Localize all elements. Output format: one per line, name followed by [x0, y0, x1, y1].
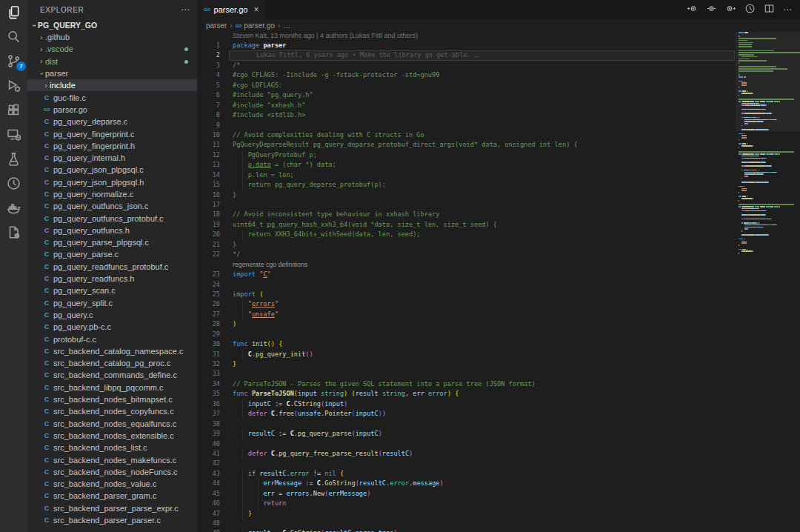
- code-line-35[interactable]: 35func ParseToJSON(input string) (result…: [197, 389, 736, 399]
- code-line-11[interactable]: 11PgQueryDeparseResult pg_query_deparse_…: [197, 140, 736, 150]
- code-line-26[interactable]: 26 "errors": [197, 299, 736, 309]
- line-number[interactable]: 33: [197, 369, 220, 379]
- line-number[interactable]: 47: [197, 509, 220, 519]
- code-line-25[interactable]: 25import (: [197, 290, 736, 299]
- code-line-46[interactable]: 46 return: [197, 499, 736, 508]
- code-line-41[interactable]: 41 defer C.pg_query_free_parse_result(re…: [197, 449, 736, 459]
- tree-item-src-backend-nodes-copyfuncs-c[interactable]: Csrc_backend_nodes_copyfuncs.c: [27, 405, 197, 417]
- tree-item-parser-go[interactable]: GOparser.go: [27, 104, 197, 116]
- line-number[interactable]: 48: [197, 519, 220, 528]
- run-debug-icon[interactable]: [0, 73, 27, 98]
- code-line-37[interactable]: 37 defer C.free(unsafe.Pointer(inputC)): [197, 409, 736, 419]
- tree-item-dist[interactable]: ›dist: [27, 56, 197, 67]
- line-number[interactable]: 23: [197, 270, 220, 279]
- tree-item-src-backend-nodes-value-c[interactable]: Csrc_backend_nodes_value.c: [27, 478, 197, 490]
- tree-item-pg-query-outfuncs-protobuf-c[interactable]: Cpg_query_outfuncs_protobuf.c: [27, 212, 197, 224]
- link-token[interactable]: p.data: [248, 161, 271, 168]
- line-number[interactable]: 9: [197, 121, 220, 130]
- code-line-5[interactable]: 5#cgo LDFLAGS:: [197, 81, 736, 90]
- tree-item--github[interactable]: ›.github: [27, 31, 197, 43]
- code-line-45[interactable]: 45 err = errors.New(errMessage): [197, 489, 736, 499]
- minimap[interactable]: [736, 32, 800, 532]
- code-line-23[interactable]: 23import "C": [197, 270, 736, 279]
- line-number[interactable]: 1: [197, 41, 220, 50]
- code-line-16[interactable]: 16}: [197, 190, 736, 200]
- tree-item-src-backend-catalog-namespace-c[interactable]: Csrc_backend_catalog_namespace.c: [27, 345, 197, 357]
- code-line-44[interactable]: 44 errMessage := C.GoString(resultC.erro…: [197, 479, 736, 488]
- line-number[interactable]: 12: [197, 150, 220, 160]
- tree-item--vscode[interactable]: ›.vscode: [27, 43, 197, 55]
- tree-item-pg-query-outfuncs-json-c[interactable]: Cpg_query_outfuncs_json.c: [27, 200, 197, 212]
- tree-item-src-backend-catalog-pg-proc-c[interactable]: Csrc_backend_catalog_pg_proc.c: [27, 357, 197, 369]
- link-token[interactable]: errors: [252, 300, 275, 307]
- line-number[interactable]: 49: [197, 528, 220, 532]
- code-line-22[interactable]: 22*/: [197, 250, 736, 259]
- line-number[interactable]: 39: [197, 429, 220, 439]
- line-number[interactable]: 7: [197, 101, 220, 110]
- tree-item-pg-query-fingerprint-c[interactable]: Cpg_query_fingerprint.c: [27, 127, 197, 139]
- explorer-icon[interactable]: [0, 0, 27, 24]
- line-number[interactable]: 28: [197, 319, 220, 329]
- line-number[interactable]: 45: [197, 489, 220, 499]
- line-number[interactable]: 16: [197, 190, 220, 200]
- tree-item-src-backend-libpq-pqcomm-c[interactable]: Csrc_backend_libpq_pqcomm.c: [27, 382, 197, 393]
- docker-icon[interactable]: [0, 196, 27, 220]
- code-line-9[interactable]: 9: [197, 121, 736, 130]
- tree-item-src-backend-parser-parser-c[interactable]: Csrc_backend_parser_parser.c: [27, 514, 197, 526]
- code-line-33[interactable]: 33: [197, 369, 736, 379]
- tree-item-pg-query-c[interactable]: Cpg_query.c: [27, 309, 197, 321]
- tree-item-pg-query-readfuncs-h[interactable]: Cpg_query_readfuncs.h: [27, 273, 197, 285]
- code-line-29[interactable]: 29: [197, 330, 736, 339]
- tree-item-src-backend-nodes-bitmapset-c[interactable]: Csrc_backend_nodes_bitmapset.c: [27, 393, 197, 405]
- tree-item-src-backend-nodes-makefuncs-c[interactable]: Csrc_backend_nodes_makefuncs.c: [27, 453, 197, 465]
- code-line-1[interactable]: 1package parser: [197, 41, 736, 50]
- line-number[interactable]: 44: [197, 479, 220, 488]
- line-number[interactable]: 37: [197, 409, 220, 419]
- code-line-48[interactable]: 48: [197, 519, 736, 528]
- line-number[interactable]: 36: [197, 399, 220, 409]
- code-line-13[interactable]: 13 p.data = (char *) data;: [197, 160, 736, 170]
- code-line-18[interactable]: 18// Avoid inconsistent type behaviour i…: [197, 210, 736, 219]
- line-number[interactable]: 5: [197, 81, 220, 90]
- tree-item-pg-query-pb-c-c[interactable]: Cpg_query.pb-c.c: [27, 321, 197, 333]
- gitlens-icon[interactable]: [744, 3, 756, 17]
- code-line-10[interactable]: 10// Avoid complexities dealing with C s…: [197, 130, 736, 140]
- tree-item-pg-query-normalize-c[interactable]: Cpg_query_normalize.c: [27, 188, 197, 200]
- line-number[interactable]: 10: [197, 130, 220, 140]
- line-number[interactable]: 24: [197, 280, 220, 290]
- breadcrumb-item[interactable]: …: [283, 21, 290, 30]
- line-number[interactable]: 31: [197, 350, 220, 359]
- line-number[interactable]: 25: [197, 290, 220, 299]
- line-number[interactable]: 40: [197, 439, 220, 449]
- tree-item-pg-query-json-plpgsql-c[interactable]: Cpg_query_json_plpgsql.c: [27, 164, 197, 176]
- code-line-49[interactable]: 49 result = C.GoString(resultC.parse_tre…: [197, 528, 736, 532]
- tree-item-pg-query-parse-plpgsql-c[interactable]: Cpg_query_parse_plpgsql.c: [27, 236, 197, 248]
- tree-item-pg-query-fingerprint-h[interactable]: Cpg_query_fingerprint.h: [27, 140, 197, 152]
- tree-item-src-backend-nodes-list-c[interactable]: Csrc_backend_nodes_list.c: [27, 442, 197, 453]
- code-line-2[interactable]: 2Lukas Fittl, 6 years ago • Make the lib…: [197, 50, 736, 60]
- close-icon[interactable]: ×: [253, 4, 259, 15]
- line-number[interactable]: 42: [197, 459, 220, 468]
- remote-explorer-icon[interactable]: [0, 122, 27, 147]
- tree-item-src-backend-nodes-nodefuncs-c[interactable]: Csrc_backend_nodes_nodeFuncs.c: [27, 466, 197, 478]
- tree-item-pg-query-split-c[interactable]: Cpg_query_split.c: [27, 297, 197, 309]
- code-line-7[interactable]: 7#include "xxhash.h": [197, 101, 736, 110]
- gitlens-icon[interactable]: [0, 171, 27, 196]
- breadcrumb-item[interactable]: GOparser.go: [236, 21, 275, 30]
- tree-item-src-backend-nodes-extensible-c[interactable]: Csrc_backend_nodes_extensible.c: [27, 430, 197, 442]
- line-number[interactable]: 46: [197, 499, 220, 508]
- line-number[interactable]: 11: [197, 140, 220, 150]
- tree-item-src-backend-parser-parse-expr-c[interactable]: Csrc_backend_parser_parse_expr.c: [27, 502, 197, 514]
- line-number[interactable]: 32: [197, 359, 220, 369]
- gitlens-prev-change-icon[interactable]: [687, 3, 698, 17]
- line-number[interactable]: 20: [197, 230, 220, 239]
- line-number[interactable]: 8: [197, 110, 220, 120]
- search-icon[interactable]: [0, 24, 27, 49]
- tree-item-pg-query-readfuncs-protobuf-c[interactable]: Cpg_query_readfuncs_protobuf.c: [27, 261, 197, 273]
- line-number[interactable]: 13: [197, 160, 220, 170]
- line-number[interactable]: 19: [197, 220, 220, 230]
- code-line-12[interactable]: 12 PgQueryProtobuf p;: [197, 150, 736, 160]
- extensions-icon[interactable]: [0, 98, 27, 122]
- line-number[interactable]: 21: [197, 240, 220, 250]
- file-gear-icon[interactable]: [0, 220, 27, 245]
